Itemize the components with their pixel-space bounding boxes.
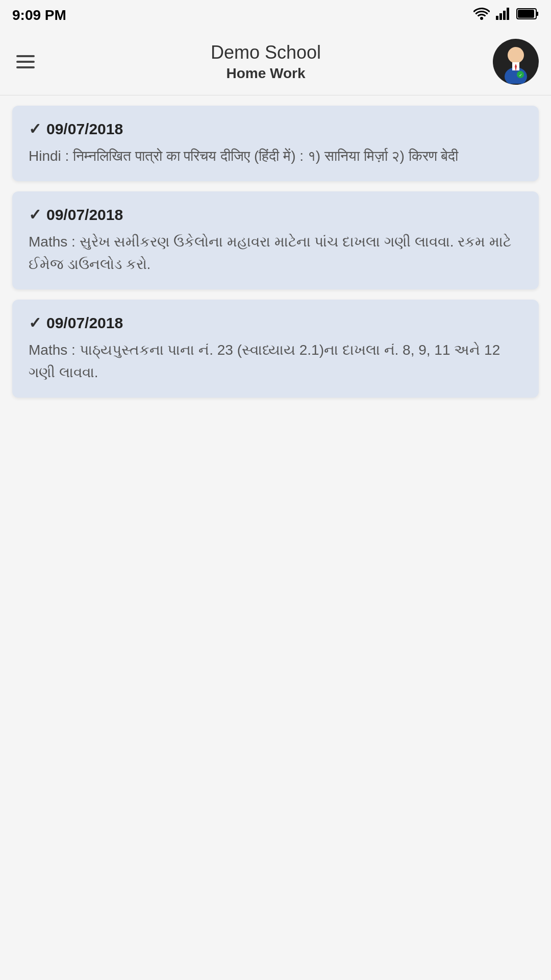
svg-text:✓: ✓ xyxy=(518,73,522,78)
hw-text-2: Maths : સુરેખ સમીકરણ ઉકેલોના મહાવરા માટે… xyxy=(29,231,522,275)
check-icon-2: ✓ xyxy=(29,206,41,224)
hw-date-3: ✓ 09/07/2018 xyxy=(29,314,522,332)
hamburger-line-2 xyxy=(16,61,35,63)
hamburger-line-3 xyxy=(16,66,35,68)
svg-rect-1 xyxy=(499,13,502,20)
hw-text-3: Maths : પાઠ્યપુસ્તકના પાના નં. 23 (સ્વાધ… xyxy=(29,339,522,383)
page-title: Home Work xyxy=(226,65,305,82)
school-name: Demo School xyxy=(211,42,321,63)
check-icon-3: ✓ xyxy=(29,314,41,332)
hw-text-1: Hindi : निम्नलिखित पात्रो का परिचय दीजिए… xyxy=(29,145,522,167)
app-header: Demo School Home Work ✓ xyxy=(0,31,551,95)
homework-card-2[interactable]: ✓ 09/07/2018 Maths : સુરેખ સમીકરણ ઉકેલોન… xyxy=(12,191,539,289)
svg-rect-6 xyxy=(536,12,538,16)
avatar[interactable]: ✓ xyxy=(493,39,539,85)
homework-card-3[interactable]: ✓ 09/07/2018 Maths : પાઠ્યપુસ્તકના પાના … xyxy=(12,300,539,398)
hw-date-2: ✓ 09/07/2018 xyxy=(29,206,522,224)
hamburger-line-1 xyxy=(16,55,35,57)
svg-rect-2 xyxy=(503,11,506,20)
status-bar: 9:09 PM xyxy=(0,0,551,31)
svg-point-8 xyxy=(508,47,524,63)
homework-card-1[interactable]: ✓ 09/07/2018 Hindi : निम्नलिखित पात्रो क… xyxy=(12,106,539,181)
header-center: Demo School Home Work xyxy=(211,42,321,82)
signal-icon xyxy=(496,8,510,23)
hamburger-menu[interactable] xyxy=(12,51,39,72)
svg-rect-5 xyxy=(518,10,534,18)
battery-icon xyxy=(516,8,539,22)
status-time: 9:09 PM xyxy=(12,7,66,23)
wifi-icon xyxy=(473,8,490,23)
svg-rect-0 xyxy=(496,16,498,20)
check-icon-1: ✓ xyxy=(29,120,41,138)
hw-date-1: ✓ 09/07/2018 xyxy=(29,120,522,138)
status-icons xyxy=(473,8,539,23)
svg-rect-3 xyxy=(507,8,509,20)
main-content: ✓ 09/07/2018 Hindi : निम्नलिखित पात्रो क… xyxy=(0,95,551,408)
